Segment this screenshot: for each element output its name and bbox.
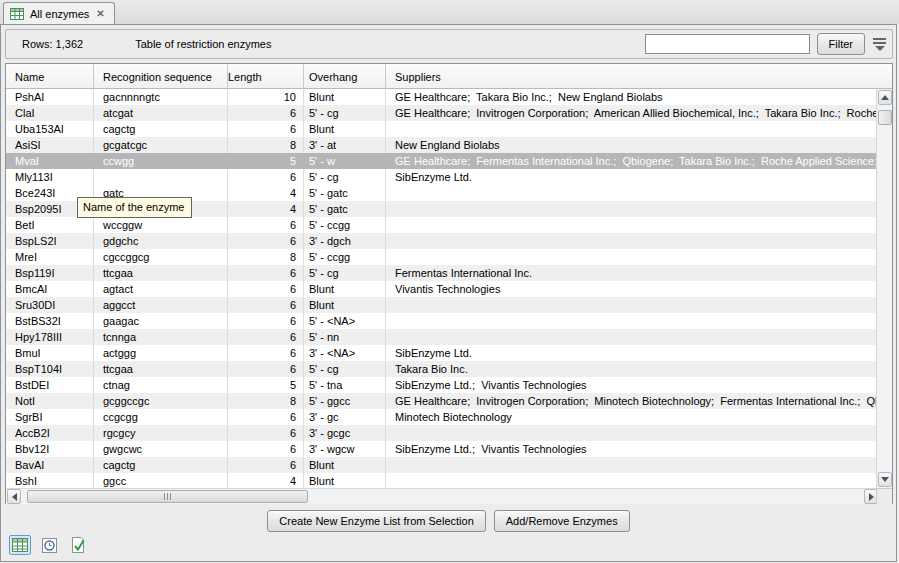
cell-sequence: ggcc: [94, 473, 228, 488]
table-row[interactable]: BspLS2Igdgchc63' - dgch: [6, 233, 876, 249]
horizontal-scrollbar[interactable]: [6, 488, 879, 504]
add-remove-enzymes-button[interactable]: Add/Remove Enzymes: [494, 510, 630, 532]
cell-suppliers: [386, 185, 876, 201]
create-enzyme-list-button[interactable]: Create New Enzyme List from Selection: [267, 510, 485, 532]
table-row[interactable]: BmcAIagtact6BluntVivantis Technologies: [6, 281, 876, 297]
cell-sequence: cagctg: [94, 121, 228, 137]
table-header: NameRecognition sequenceLengthOverhangSu…: [6, 64, 892, 89]
table-row[interactable]: BshIggcc4Blunt: [6, 473, 876, 488]
cell-length: 6: [228, 265, 304, 281]
filter-options-icon[interactable]: [872, 37, 887, 51]
table-row[interactable]: ClaIatcgat65' - cgGE Healthcare; Invitro…: [6, 105, 876, 121]
cell-length: 4: [228, 201, 304, 217]
table-row[interactable]: BstDEIctnag55' - tnaSibEnzyme Ltd.; Viva…: [6, 377, 876, 393]
table-row[interactable]: AsiSIgcgatcgc83' - atNew England Biolabs: [6, 137, 876, 153]
cell-overhang: 5' - cg: [304, 265, 386, 281]
table-row[interactable]: Sru30DIaggcct6Blunt: [6, 297, 876, 313]
column-header-recognition-sequence[interactable]: Recognition sequence: [94, 64, 228, 89]
tab-all-enzymes[interactable]: All enzymes ✕: [3, 2, 115, 24]
cell-length: 4: [228, 473, 304, 488]
cell-suppliers: Takara Bio Inc.: [386, 361, 876, 377]
tab-close-icon[interactable]: ✕: [95, 8, 105, 19]
vertical-scroll-thumb[interactable]: [878, 110, 892, 125]
cell-name: BstDEI: [6, 377, 94, 393]
cell-overhang: 5' - cg: [304, 169, 386, 185]
cell-length: 6: [228, 217, 304, 233]
cell-name: BmcAI: [6, 281, 94, 297]
cell-sequence: ttcgaa: [94, 265, 228, 281]
table-row[interactable]: BmuIactggg63' - <NA>SibEnzyme Ltd.: [6, 345, 876, 361]
table-row[interactable]: AccB2Irgcgcy63' - gcgc: [6, 425, 876, 441]
cell-name: BshI: [6, 473, 94, 488]
table-row[interactable]: NotIgcggccgc85' - ggccGE Healthcare; Inv…: [6, 393, 876, 409]
table-row[interactable]: BstBS32Igaagac65' - <NA>: [6, 313, 876, 329]
cell-sequence: gwgcwc: [94, 441, 228, 457]
cell-name: PshAI: [6, 89, 94, 105]
cell-sequence: agtact: [94, 281, 228, 297]
cell-overhang: 5' - w: [304, 153, 386, 169]
cell-suppliers: SibEnzyme Ltd.: [386, 169, 876, 185]
cell-sequence: [94, 169, 228, 185]
cell-length: 8: [228, 249, 304, 265]
table-row[interactable]: MvaIccwgg55' - wGE Healthcare; Fermentas…: [6, 153, 876, 169]
table-toolbar: Rows: 1,362 Table of restriction enzymes…: [5, 29, 893, 59]
cell-length: 6: [228, 297, 304, 313]
filter-button[interactable]: Filter: [817, 33, 865, 55]
history-view-icon[interactable]: [38, 535, 60, 555]
cell-suppliers: [386, 217, 876, 233]
table-row[interactable]: MreIcgccggcg85' - ccgg: [6, 249, 876, 265]
cell-name: NotI: [6, 393, 94, 409]
cell-overhang: 3' - <NA>: [304, 345, 386, 361]
cell-suppliers: [386, 201, 876, 217]
table-body: PshAIgacnnnngtc10BluntGE Healthcare; Tak…: [6, 89, 876, 488]
cell-overhang: 3' - wgcw: [304, 441, 386, 457]
cell-length: 6: [228, 345, 304, 361]
table-row[interactable]: Hpy178IIItcnnga65' - nn: [6, 329, 876, 345]
cell-overhang: 5' - ggcc: [304, 393, 386, 409]
enzymes-table: NameRecognition sequenceLengthOverhangSu…: [5, 63, 893, 504]
table-row[interactable]: BavAIcagctg6Blunt: [6, 457, 876, 473]
table-view-icon[interactable]: [9, 535, 31, 555]
table-row[interactable]: PshAIgacnnnngtc10BluntGE Healthcare; Tak…: [6, 89, 876, 105]
column-header-length[interactable]: Length: [228, 64, 304, 89]
column-header-name[interactable]: Name: [6, 64, 94, 89]
cell-sequence: tcnnga: [94, 329, 228, 345]
cell-length: 6: [228, 457, 304, 473]
cell-name: MvaI: [6, 153, 94, 169]
cell-sequence: ccgcgg: [94, 409, 228, 425]
view-mode-bar: [9, 535, 89, 555]
cell-length: 5: [228, 153, 304, 169]
table-row[interactable]: SgrBIccgcgg63' - gcMinotech Biotechnolog…: [6, 409, 876, 425]
table-row[interactable]: Bsp119Ittcgaa65' - cgFermentas Internati…: [6, 265, 876, 281]
cell-name: AsiSI: [6, 137, 94, 153]
horizontal-scroll-thumb[interactable]: [27, 490, 308, 503]
cell-suppliers: GE Healthcare; Invitrogen Corporation; A…: [386, 105, 876, 121]
table-description: Table of restriction enzymes: [135, 38, 271, 50]
scroll-down-button[interactable]: [878, 472, 892, 487]
cell-suppliers: [386, 457, 876, 473]
scroll-up-button[interactable]: [878, 90, 892, 105]
cell-overhang: 3' - gc: [304, 409, 386, 425]
cell-overhang: 5' - gatc: [304, 201, 386, 217]
cell-suppliers: GE Healthcare; Takara Bio Inc.; New Engl…: [386, 89, 876, 105]
table-row[interactable]: Mly113I65' - cgSibEnzyme Ltd.: [6, 169, 876, 185]
element-info-view-icon[interactable]: [67, 535, 89, 555]
table-row[interactable]: Bbv12Igwgcwc63' - wgcwSibEnzyme Ltd.; Vi…: [6, 441, 876, 457]
filter-input[interactable]: [645, 34, 810, 54]
scroll-left-button[interactable]: [7, 489, 21, 504]
table-row[interactable]: BetIwccggw65' - ccgg: [6, 217, 876, 233]
cell-suppliers: Fermentas International Inc.: [386, 265, 876, 281]
cell-length: 10: [228, 89, 304, 105]
cell-sequence: wccggw: [94, 217, 228, 233]
vertical-scrollbar[interactable]: [876, 89, 892, 488]
cell-suppliers: [386, 297, 876, 313]
column-header-overhang[interactable]: Overhang: [304, 64, 386, 89]
cell-length: 6: [228, 169, 304, 185]
cell-overhang: 3' - gcgc: [304, 425, 386, 441]
cell-sequence: rgcgcy: [94, 425, 228, 441]
table-row[interactable]: BspT104Ittcgaa65' - cgTakara Bio Inc.: [6, 361, 876, 377]
cell-overhang: 5' - <NA>: [304, 313, 386, 329]
table-row[interactable]: Uba153AIcagctg6Blunt: [6, 121, 876, 137]
column-header-suppliers[interactable]: Suppliers: [386, 64, 892, 89]
cell-overhang: 5' - tna: [304, 377, 386, 393]
